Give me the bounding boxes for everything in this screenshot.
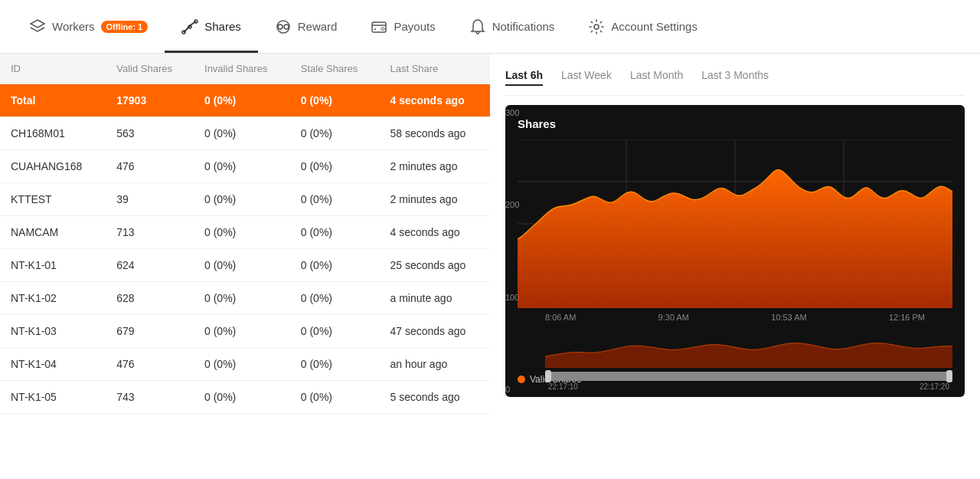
nav-shares-label: Shares	[204, 20, 241, 33]
row-invalid: 0 (0%)	[194, 315, 290, 348]
row-valid: 713	[106, 216, 194, 249]
table-row: NT-K1-05 743 0 (0%) 0 (0%) 5 seconds ago	[0, 381, 490, 414]
table-row: CH168M01 563 0 (0%) 0 (0%) 58 seconds ag…	[0, 117, 490, 150]
row-invalid: 0 (0%)	[194, 282, 290, 315]
svg-point-10	[594, 25, 599, 29]
row-invalid: 0 (0%)	[194, 249, 290, 282]
row-stale: 0 (0%)	[290, 315, 380, 348]
col-stale: Stale Shares	[290, 54, 380, 84]
layers-icon	[29, 18, 46, 35]
row-last: 47 seconds ago	[379, 315, 490, 348]
row-last: 25 seconds ago	[379, 249, 490, 282]
chart-tabs: Last 6h Last Week Last Month Last 3 Mont…	[505, 61, 965, 96]
y-300: 300	[505, 108, 528, 117]
main-chart-area	[518, 139, 952, 308]
offline-badge: Offline: 1	[101, 21, 149, 33]
row-id: NT-K1-01	[0, 249, 106, 282]
svg-point-6	[284, 25, 289, 29]
row-invalid: 0 (0%)	[194, 381, 290, 414]
table-row: NAMCAM 713 0 (0%) 0 (0%) 4 seconds ago	[0, 216, 490, 249]
svg-marker-0	[31, 20, 44, 28]
col-last: Last Share	[379, 54, 490, 84]
table-row: NT-K1-04 476 0 (0%) 0 (0%) an hour ago	[0, 348, 490, 381]
tab-last-week[interactable]: Last Week	[561, 69, 612, 86]
nav-item-reward[interactable]: Reward	[258, 0, 354, 53]
timeline-labels: 22:17:10 22:17:20	[545, 381, 952, 392]
shares-icon	[181, 18, 198, 35]
x-axis: 8:06 AM 9:30 AM 10:53 AM 12:16 PM	[518, 308, 952, 322]
row-stale: 0 (0%)	[290, 117, 380, 150]
row-valid: 679	[106, 315, 194, 348]
row-id: CH168M01	[0, 117, 106, 150]
table-header-row: ID Valid Shares Invalid Shares Stale Sha…	[0, 54, 490, 84]
main-nav: Workers Offline: 1 Shares	[0, 0, 980, 54]
nav-item-workers[interactable]: Workers Offline: 1	[12, 0, 165, 53]
table-row: KTTEST 39 0 (0%) 0 (0%) 2 minutes ago	[0, 183, 490, 216]
row-id: NT-K1-04	[0, 348, 106, 381]
tab-last-3-months[interactable]: Last 3 Months	[701, 69, 769, 86]
row-stale: 0 (0%)	[290, 183, 380, 216]
row-id: NT-K1-02	[0, 282, 106, 315]
nav-item-payouts[interactable]: Payouts	[354, 0, 452, 53]
x-label-2: 10:53 AM	[771, 313, 806, 322]
row-valid: 476	[106, 150, 194, 183]
svg-point-5	[278, 25, 283, 29]
svg-rect-9	[381, 28, 384, 30]
row-last: a minute ago	[379, 282, 490, 315]
shares-table: ID Valid Shares Invalid Shares Stale Sha…	[0, 54, 490, 414]
row-last: 5 seconds ago	[379, 381, 490, 414]
row-stale: 0 (0%)	[290, 249, 380, 282]
nav-item-shares[interactable]: Shares	[165, 0, 258, 53]
total-invalid: 0 (0%)	[194, 84, 290, 117]
row-valid: 39	[106, 183, 194, 216]
table-row: NT-K1-01 624 0 (0%) 0 (0%) 25 seconds ag…	[0, 249, 490, 282]
row-stale: 0 (0%)	[290, 348, 380, 381]
svg-rect-7	[372, 22, 386, 32]
total-last: 4 seconds ago	[379, 84, 490, 117]
x-label-0: 8:06 AM	[545, 313, 576, 322]
table-row: CUAHANG168 476 0 (0%) 0 (0%) 2 minutes a…	[0, 150, 490, 183]
nav-notifications-label: Notifications	[492, 20, 555, 33]
row-id: NT-K1-03	[0, 315, 106, 348]
tab-last-month[interactable]: Last Month	[630, 69, 683, 86]
row-invalid: 0 (0%)	[194, 117, 290, 150]
tab-last-6h[interactable]: Last 6h	[505, 69, 543, 86]
col-invalid: Invalid Shares	[194, 54, 290, 84]
main-content: ID Valid Shares Invalid Shares Stale Sha…	[0, 54, 980, 414]
timeline-handle-right[interactable]	[946, 370, 952, 382]
nav-workers-label: Workers	[52, 20, 95, 33]
chart-title: Shares	[518, 117, 952, 130]
y-0: 0	[505, 385, 528, 394]
row-valid: 563	[106, 117, 194, 150]
reward-icon	[275, 18, 292, 35]
row-last: 2 minutes ago	[379, 183, 490, 216]
col-id: ID	[0, 54, 106, 84]
timeline-label-right: 22:17:20	[920, 382, 949, 391]
nav-payouts-label: Payouts	[394, 20, 435, 33]
nav-bar: Workers Offline: 1 Shares	[0, 0, 980, 54]
table-row: NT-K1-03 679 0 (0%) 0 (0%) 47 seconds ag…	[0, 315, 490, 348]
total-stale: 0 (0%)	[290, 84, 380, 117]
row-last: 2 minutes ago	[379, 150, 490, 183]
svg-point-8	[374, 28, 376, 30]
nav-item-notifications[interactable]: Notifications	[452, 0, 572, 53]
nav-item-account-settings[interactable]: Account Settings	[571, 0, 714, 53]
total-valid: 17903	[106, 84, 194, 117]
row-valid: 624	[106, 249, 194, 282]
svg-point-4	[277, 21, 289, 33]
x-label-1: 9:30 AM	[658, 313, 689, 322]
total-id: Total	[0, 84, 106, 117]
mini-chart-svg	[545, 330, 952, 368]
row-valid: 476	[106, 348, 194, 381]
row-invalid: 0 (0%)	[194, 216, 290, 249]
shares-chart: Shares 300 200 100 0	[505, 105, 965, 397]
nav-reward-label: Reward	[298, 20, 338, 33]
row-valid: 743	[106, 381, 194, 414]
x-label-3: 12:16 PM	[889, 313, 925, 322]
row-id: NT-K1-05	[0, 381, 106, 414]
row-id: KTTEST	[0, 183, 106, 216]
row-invalid: 0 (0%)	[194, 348, 290, 381]
timeline-handle-left[interactable]	[545, 370, 551, 382]
table-row: NT-K1-02 628 0 (0%) 0 (0%) a minute ago	[0, 282, 490, 315]
row-invalid: 0 (0%)	[194, 150, 290, 183]
